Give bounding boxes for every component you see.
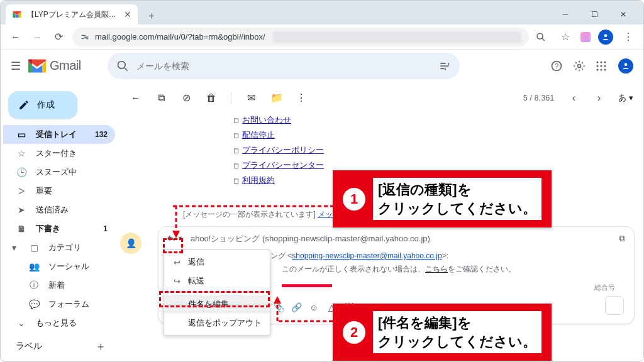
inbox-icon: ▭ [16,129,27,140]
tab-title: 【LYPプレミアム会員限定】本日の特… [27,9,119,20]
menu-reply[interactable]: ↩返信 [164,253,270,272]
compose-button[interactable]: 作成 [8,91,77,119]
input-tools[interactable]: あ ▾ [618,92,633,104]
svg-point-14 [596,69,598,70]
mark-unread-icon[interactable]: ✉ [245,92,257,104]
main-menu-icon[interactable]: ☰ [11,59,21,73]
sidebar-item-sent[interactable]: ➤送信済み [3,200,115,219]
browser-tab-strip: 【LYPプレミアム会員限定】本日の特… ✕ ＋ ─ ☐ ✕ [1,1,643,25]
chevron-down-icon: ⌄ [16,318,27,328]
link-contact[interactable]: お問い合わせ [242,115,291,124]
svg-point-15 [600,69,602,70]
reload-icon[interactable]: ⟳ [51,31,66,43]
reply-icon: ↩ [172,258,182,267]
annotation-box-1 [163,238,183,253]
menu-forward[interactable]: ↪転送 [164,272,270,290]
window-close[interactable]: ✕ [614,6,632,23]
people-icon: 👥 [28,261,40,272]
quoted-help-link[interactable]: こちら [425,265,448,273]
link-unsubscribe[interactable]: 配信停止 [242,130,275,140]
star-icon: ☆ [16,148,27,158]
link-terms[interactable]: 利用規約 [242,175,275,185]
message-toolbar: ← ⧉ ⊘ 🗑 ✉ 📁 ⋮ 5 / 8,361 ‹ › あ ▾ [120,84,643,112]
sidebar-item-more[interactable]: ⌄もっと見る [3,314,115,332]
svg-point-9 [600,61,602,63]
bookmark-icon[interactable]: ☆ [558,31,573,43]
archive-icon[interactable]: ⧉ [155,92,167,104]
annotation-callout-1: 1 [返信の種類]を クリックしてください。 [333,170,552,228]
labels-header: ラベル ＋ [3,332,115,356]
forward-icon: ↪ [172,277,182,286]
sidebar-item-social[interactable]: 👥ソーシャル [3,257,115,276]
report-spam-icon[interactable]: ⊘ [180,92,192,104]
info-icon: ⓘ [28,280,40,291]
delete-icon[interactable]: 🗑 [206,92,217,104]
url-field[interactable]: mail.google.com/mail/u/0/?tab=rm&ogbl#in… [72,28,529,47]
site-settings-icon[interactable] [80,32,90,42]
annotation-text-1: [返信の種類]を クリックしてください。 [373,178,541,220]
sidebar-item-snoozed[interactable]: 🕒スヌーズ中 [3,163,115,182]
add-label-icon[interactable]: ＋ [95,339,106,354]
svg-point-7 [578,64,581,67]
search-shortcut-icon[interactable] [535,31,550,43]
more-actions-icon[interactable]: ⋮ [296,92,307,104]
move-to-icon[interactable]: 📁 [270,92,282,104]
url-blurred-suffix [273,31,521,43]
file-icon: 🗎 [16,224,27,234]
prev-page-icon[interactable]: ‹ [568,92,579,104]
settings-icon[interactable] [573,60,587,72]
gmail-logo[interactable]: Gmail [28,58,81,73]
svg-point-13 [604,65,606,67]
search-icon [116,60,129,72]
link-privacy-center[interactable]: プライバシーセンター [242,160,324,170]
reply-avatar: 👤 [120,233,142,254]
sidebar-item-forums[interactable]: 💬フォーラム [3,295,115,314]
sidebar-item-starred[interactable]: ☆スター付き [3,144,115,163]
support-icon[interactable]: ? [550,60,564,72]
svg-marker-23 [274,296,281,304]
forward-icon[interactable]: → [30,31,45,43]
svg-marker-19 [172,231,180,238]
back-icon[interactable]: ← [8,31,23,43]
divider [231,92,231,104]
chrome-menu-icon[interactable]: ⋮ [621,31,636,43]
apps-icon[interactable] [596,60,609,72]
url-text: mail.google.com/mail/u/0/?tab=rm&ogbl#in… [95,32,265,41]
gmail-header: ☰ Gmail ? [1,50,643,82]
delete-draft-button[interactable] [605,296,624,315]
footer-fragment: 総合号 [594,283,615,292]
popout-icon[interactable]: ⧉ [619,233,625,244]
annotation-number-1: 1 [343,188,365,211]
back-to-inbox-icon[interactable]: ← [130,92,142,104]
clock-icon: 🕒 [16,167,27,177]
sidebar-item-important[interactable]: ᐳ重要 [3,182,115,200]
extension-icon[interactable] [580,32,591,42]
browser-tab[interactable]: 【LYPプレミアム会員限定】本日の特… ✕ [6,4,138,25]
new-tab-button[interactable]: ＋ [143,7,160,25]
pagination-info: 5 / 8,361 [523,94,554,102]
sidebar-item-drafts[interactable]: 🗎下書き1 [3,219,115,238]
sidebar-item-categories[interactable]: ▾▢カテゴリ [3,238,115,257]
quoted-email-link[interactable]: shopping-newsclip-master@mail.yahoo.co.j… [292,251,441,260]
search-input[interactable] [136,61,431,71]
profile-avatar[interactable] [598,30,613,45]
svg-point-8 [596,61,598,63]
pencil-icon [18,99,30,111]
next-page-icon[interactable]: › [593,92,604,104]
annotation-box-2 [159,291,270,307]
search-options-icon[interactable] [438,60,451,72]
svg-point-17 [625,63,628,66]
gmail-brand-text: Gmail [50,58,81,73]
sidebar-item-inbox[interactable]: ▭ 受信トレイ 132 [3,125,115,144]
important-icon: ᐳ [16,186,27,196]
link-privacy-policy[interactable]: プライバシーポリシー [242,145,324,155]
reply-to-field[interactable]: ahoo!ショッピング (shopping-newsclip-master@ma… [191,233,430,244]
close-tab-icon[interactable]: ✕ [124,9,131,19]
sidebar-item-updates[interactable]: ⓘ新着 [3,276,115,295]
search-box[interactable] [108,53,460,79]
window-minimize[interactable]: ─ [557,6,574,23]
menu-popout[interactable]: 返信をポップアウト [164,314,270,332]
account-avatar[interactable] [618,58,633,74]
window-maximize[interactable]: ☐ [586,6,603,23]
tag-icon: ▢ [28,243,40,253]
